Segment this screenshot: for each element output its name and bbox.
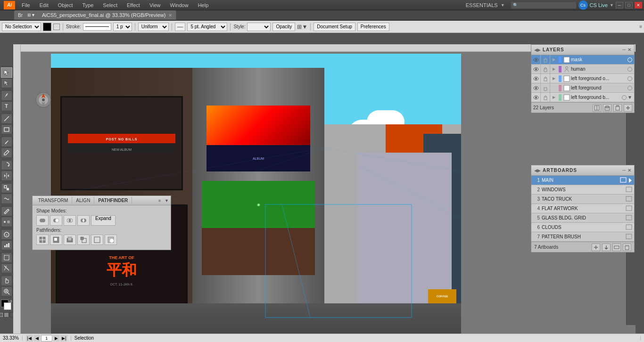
trim-btn[interactable]	[50, 235, 62, 245]
layer-target-left-fg-o[interactable]	[627, 76, 632, 81]
layer-target-mask[interactable]	[627, 57, 632, 62]
artboards-fit-btn[interactable]	[612, 244, 621, 251]
tab-pathfinder[interactable]: PATHFINDER	[94, 197, 132, 204]
menu-select[interactable]: Select	[100, 1, 120, 9]
layer-row-left-fg-o[interactable]: ▶ left foreground o...	[531, 74, 634, 83]
menu-edit[interactable]: Edit	[37, 1, 51, 9]
preferences-button[interactable]: Preferences	[357, 23, 389, 31]
color-swatches[interactable]: ↺	[1, 300, 12, 310]
layers-options-btn[interactable]	[624, 104, 632, 112]
layer-lock-human[interactable]	[541, 65, 550, 74]
layer-visibility-left-fg[interactable]	[531, 83, 541, 93]
layer-lock-left-fg-o[interactable]	[541, 74, 550, 83]
layer-row-mask[interactable]: ▶ mask	[531, 55, 634, 65]
close-tab-icon[interactable]: ✕	[168, 13, 172, 18]
angled-dropdown[interactable]: 5 pt. Angled	[187, 23, 227, 31]
fill-color-swatch[interactable]	[43, 23, 51, 31]
menu-object[interactable]: Object	[55, 1, 76, 9]
outline-btn[interactable]	[91, 235, 103, 245]
document-setup-button[interactable]: Document Setup	[314, 23, 355, 31]
scale-tool[interactable]	[1, 183, 12, 194]
pencil-tool[interactable]	[1, 147, 12, 158]
slice-tool[interactable]	[1, 263, 12, 274]
artboard-prev-btn[interactable]: ◀	[34, 335, 40, 342]
artboard-row-4[interactable]: 4 FLAT ARTWORK	[531, 204, 634, 213]
layer-target-left-fg[interactable]	[627, 86, 632, 90]
menu-effect[interactable]: Effect	[124, 1, 143, 9]
artboards-collapse-icon[interactable]: ◀▶	[534, 168, 541, 173]
column-graph-tool[interactable]	[1, 240, 12, 251]
rotate-tool[interactable]	[1, 160, 12, 171]
layers-collapse-icon[interactable]: ◀▶	[534, 48, 541, 52]
layer-visibility-left-fg-o[interactable]	[531, 74, 541, 83]
layer-expand-left-fg-o[interactable]: ▶	[550, 74, 558, 83]
hand-tool[interactable]	[1, 276, 12, 286]
layer-visibility-left-fg-b[interactable]	[531, 93, 541, 102]
symbol-tool[interactable]: s	[1, 229, 12, 240]
artboard-last-btn[interactable]: ▶|	[60, 335, 67, 342]
artboards-new-btn[interactable]	[592, 244, 600, 251]
tab-transform[interactable]: TRANSFORM	[34, 197, 72, 204]
opacity-button[interactable]: Opacity	[272, 23, 295, 31]
layer-expand-human[interactable]: ▶	[550, 65, 558, 74]
layers-panel-close[interactable]: ✕	[627, 47, 631, 52]
artboard-row-5[interactable]: 5 GLASS BLDG. GRID	[531, 213, 634, 223]
type-tool[interactable]: T	[1, 101, 12, 112]
stroke-weight-dropdown[interactable]: 1 pt	[113, 23, 132, 31]
line-tool[interactable]	[1, 114, 12, 124]
minus-front-btn[interactable]	[50, 215, 62, 226]
document-tab[interactable]: Br ⊞▼ AiCS5_perspective_final.ai @ 33.33…	[14, 10, 176, 20]
menu-file[interactable]: File	[19, 1, 33, 9]
view-icon[interactable]: ⊞▼	[297, 24, 307, 30]
layer-row-left-fg-b[interactable]: ▶ left foreground b... ▼	[531, 93, 634, 102]
direct-selection-tool[interactable]	[1, 78, 12, 89]
layers-new-layer-btn[interactable]	[603, 104, 611, 112]
reflect-tool[interactable]	[1, 171, 12, 181]
menu-type[interactable]: Type	[80, 1, 97, 9]
layer-row-human[interactable]: ▶ human	[531, 65, 634, 74]
cslive-button[interactable]: CS Live	[590, 2, 608, 8]
essentials-label[interactable]: ESSENTIALS	[466, 2, 498, 8]
arrowhead-selector[interactable]: ──	[175, 23, 186, 31]
exclude-btn[interactable]	[77, 215, 90, 226]
layer-lock-left-fg[interactable]	[541, 83, 550, 93]
close-button[interactable]: ✕	[635, 2, 642, 8]
panel-options-icon[interactable]: ≡	[639, 24, 642, 29]
artboard-next-btn[interactable]: ▶	[53, 335, 59, 342]
layer-target-left-fg-b[interactable]	[622, 95, 627, 100]
layer-lock-mask[interactable]	[541, 55, 550, 65]
layer-visibility-mask[interactable]	[531, 55, 541, 65]
transform-panel-menu[interactable]: ▼	[165, 198, 169, 203]
layers-make-sublayer-btn[interactable]	[593, 104, 601, 112]
selection-tool[interactable]	[1, 67, 12, 78]
layer-visibility-human[interactable]	[531, 65, 541, 74]
expand-button[interactable]: Expand	[91, 215, 116, 226]
style-dropdown[interactable]	[247, 23, 271, 31]
layer-target-human[interactable]	[627, 67, 632, 72]
layer-expand-mask[interactable]: ▶	[550, 55, 558, 65]
stroke-color-swatch[interactable]	[53, 24, 60, 30]
layer-expand-left-fg-b[interactable]: ▶	[550, 93, 558, 102]
artboards-panel-minimize[interactable]: ─	[622, 168, 626, 173]
artboard-row-3[interactable]: 3 TACO TRUCK	[531, 195, 634, 204]
rectangle-tool[interactable]	[1, 124, 12, 135]
artboard-number-input[interactable]	[41, 335, 52, 342]
paintbrush-tool[interactable]	[1, 137, 12, 147]
menu-window[interactable]: Window	[167, 1, 191, 9]
zoom-tool[interactable]	[1, 286, 12, 297]
unite-btn[interactable]	[36, 215, 49, 226]
tab-align[interactable]: ALIGN	[72, 197, 94, 204]
layers-panel-minimize[interactable]: ─	[622, 47, 626, 52]
normal-screen-mode[interactable]	[0, 312, 3, 318]
layers-scroll-down[interactable]: ▼	[627, 95, 632, 100]
artboard-first-btn[interactable]: |◀	[26, 335, 33, 342]
merge-btn[interactable]	[64, 235, 76, 245]
artboard-row-1[interactable]: 1 MAIN	[531, 176, 634, 185]
layer-row-left-fg[interactable]: left foreground	[531, 83, 634, 93]
eyedropper-tool[interactable]	[1, 206, 12, 217]
artboards-panel-close[interactable]: ✕	[627, 168, 631, 173]
artboard-row-6[interactable]: 6 CLOUDS	[531, 223, 634, 232]
layer-lock-left-fg-b[interactable]	[541, 93, 550, 102]
artboards-move-down-btn[interactable]	[602, 244, 611, 251]
warp-tool[interactable]	[1, 194, 12, 204]
